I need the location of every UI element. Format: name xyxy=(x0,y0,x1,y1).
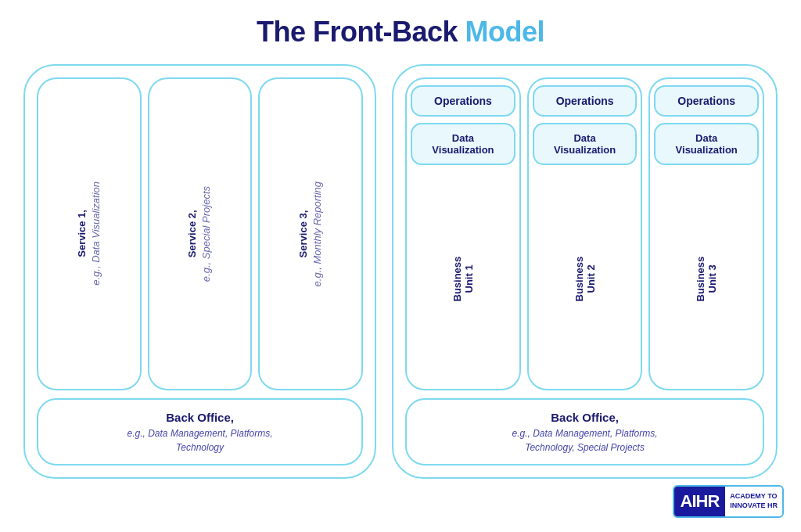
bu-column-3: Operations DataVisualization BusinessUni… xyxy=(648,77,764,390)
bu3-label: BusinessUnit 3 xyxy=(695,171,718,383)
bu1-data-viz: DataVisualization xyxy=(411,123,515,165)
service-column-1: Service 1, e.g., Data Visualization xyxy=(37,77,142,390)
diagram-area: Service 1, e.g., Data Visualization Serv… xyxy=(23,64,778,479)
left-model: Service 1, e.g., Data Visualization Serv… xyxy=(23,64,376,479)
right-back-office: Back Office, e.g., Data Management, Plat… xyxy=(405,398,764,466)
title-accent: Model xyxy=(465,16,545,48)
service-column-2: Service 2, e.g., Special Projects xyxy=(148,77,253,390)
aihr-logo-letters: AIHR xyxy=(674,487,726,516)
left-bo-subtitle: e.g., Data Management, Platforms,Technol… xyxy=(46,426,354,455)
right-columns: Operations DataVisualization BusinessUni… xyxy=(405,77,764,390)
service-3-label: Service 3, e.g., Monthly Reporting xyxy=(296,182,325,286)
service-1-label: Service 1, e.g., Data Visualization xyxy=(75,182,103,286)
right-bo-title: Back Office, xyxy=(415,409,755,427)
aihr-badge: AIHR ACADEMY TOINNOVATE HR xyxy=(673,485,784,518)
left-back-office: Back Office, e.g., Data Management, Plat… xyxy=(37,398,363,466)
aihr-logo-tagline: ACADEMY TOINNOVATE HR xyxy=(725,489,782,513)
left-columns: Service 1, e.g., Data Visualization Serv… xyxy=(37,77,363,390)
service-column-3: Service 3, e.g., Monthly Reporting xyxy=(258,77,363,390)
service-2-label: Service 2, e.g., Special Projects xyxy=(185,186,214,282)
bu2-label: BusinessUnit 2 xyxy=(573,171,597,383)
bu-column-1: Operations DataVisualization BusinessUni… xyxy=(405,77,521,390)
page-title: The Front-Back Model xyxy=(23,16,778,49)
bu-column-2: Operations DataVisualization BusinessUni… xyxy=(527,77,643,390)
bu1-label: BusinessUnit 1 xyxy=(451,171,475,383)
bu2-data-viz: DataVisualization xyxy=(533,123,638,165)
bu3-operations: Operations xyxy=(654,85,759,117)
bu2-operations: Operations xyxy=(533,85,638,117)
bu3-data-viz: DataVisualization xyxy=(654,123,759,165)
right-bo-subtitle: e.g., Data Management, Platforms,Technol… xyxy=(415,426,755,455)
right-model: Operations DataVisualization BusinessUni… xyxy=(392,64,778,479)
left-bo-title: Back Office, xyxy=(46,409,354,427)
page-container: The Front-Back Model Service 1, e.g., Da… xyxy=(0,0,801,532)
bu1-operations: Operations xyxy=(411,85,515,117)
